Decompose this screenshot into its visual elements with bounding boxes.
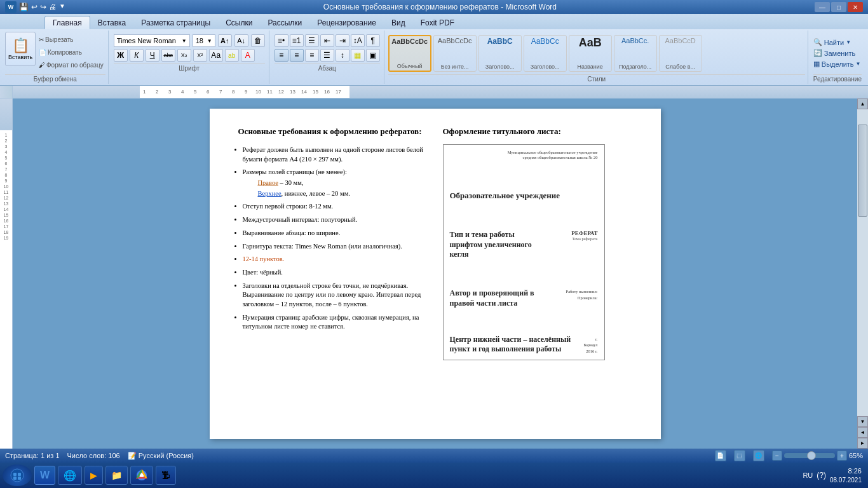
tp-bottom-label: Центр нижней части – населённый пункт и … — [450, 335, 584, 355]
maximize-btn[interactable]: □ — [831, 2, 846, 12]
align-center-btn[interactable]: ≡ — [290, 49, 304, 62]
language-label: Русский (Россия) — [139, 452, 194, 459]
justify-btn[interactable]: ☰ — [320, 49, 334, 62]
select-button[interactable]: ▦ Выделить ▼ — [813, 60, 862, 68]
tab-insert[interactable]: Вставка — [90, 16, 134, 29]
minimize-btn[interactable]: — — [815, 2, 830, 12]
document-canvas[interactable]: Основные требования к оформлению реферат… — [13, 98, 857, 449]
tab-foxit[interactable]: Foxit PDF — [413, 16, 462, 29]
taskbar-ie[interactable]: 🌐 — [58, 466, 82, 485]
clipboard-group: 📋 Вставить ✂ Вырезать 📄 Копировать 🖌 Фор… — [3, 30, 109, 84]
taskbar-explorer[interactable]: 📁 — [105, 466, 128, 485]
tab-page-layout[interactable]: Разметка страницы — [133, 16, 218, 29]
bullet-item-3: Отступ первой строки: 8-12 мм. — [243, 202, 428, 212]
scroll-page-left-btn[interactable]: ◄ — [857, 427, 868, 438]
style-title[interactable]: AaB Название — [569, 35, 612, 72]
scroll-track[interactable] — [857, 109, 868, 416]
tab-references[interactable]: Ссылки — [218, 16, 260, 29]
undo-quick-btn[interactable]: ↩ — [31, 3, 37, 11]
help-icon[interactable]: (?) — [817, 471, 826, 480]
tab-view[interactable]: Вид — [384, 16, 413, 29]
svg-rect-4 — [18, 477, 21, 480]
zoom-slider[interactable] — [784, 453, 835, 458]
cut-button[interactable]: ✂ Вырезать — [37, 34, 105, 46]
decrease-indent-btn[interactable]: ⇤ — [320, 34, 334, 47]
taskbar-word[interactable]: W — [34, 466, 55, 485]
clear-format-btn[interactable]: 🗑 — [251, 34, 265, 47]
document-left-column: Основные требования к оформлению реферат… — [233, 126, 428, 421]
lang-indicator[interactable]: RU — [803, 471, 813, 479]
zoom-control: − + 65% — [772, 451, 863, 461]
style-heading1[interactable]: AaBbC Заголово... — [478, 35, 522, 72]
tab-review[interactable]: Рецензирование — [309, 16, 384, 29]
scroll-thumb[interactable] — [858, 125, 867, 217]
italic-btn[interactable]: К — [130, 49, 144, 62]
taskbar-media[interactable]: ▶ — [85, 466, 103, 485]
start-button[interactable] — [3, 464, 32, 486]
grow-font-btn[interactable]: A↑ — [218, 34, 232, 47]
align-right-btn[interactable]: ≡ — [305, 49, 319, 62]
title-page-preview: Муниципальное общеобразовательное учрежд… — [443, 144, 605, 360]
zoom-out-btn[interactable]: − — [772, 451, 782, 461]
language-indicator[interactable]: 📝 Русский (Россия) — [128, 452, 194, 460]
paragraph-group: ≡• ≡1 ☰ ⇤ ⇥ ↕A ¶ ≡ ≡ ≡ ☰ ↕ ▦ ▣ Абзац — [271, 30, 384, 84]
redo-quick-btn[interactable]: ↪ — [40, 3, 46, 11]
line-spacing-btn[interactable]: ↕ — [336, 49, 349, 62]
subscript-btn[interactable]: X₂ — [177, 49, 191, 62]
bullets-btn[interactable]: ≡• — [275, 34, 288, 47]
svg-rect-3 — [13, 477, 17, 480]
change-case-btn[interactable]: Аа — [209, 49, 223, 62]
close-btn[interactable]: ✕ — [848, 2, 863, 12]
style-normal[interactable]: AaBbCcDc Обычный — [388, 35, 431, 72]
dropdown-quick-btn[interactable]: ▼ — [59, 3, 65, 11]
align-left-btn[interactable]: ≡ — [275, 49, 288, 62]
increase-indent-btn[interactable]: ⇥ — [336, 34, 349, 47]
vertical-scrollbar[interactable]: ▲ ▼ ◄ ► — [857, 98, 868, 449]
show-formatting-btn[interactable]: ¶ — [366, 34, 380, 47]
tab-mailings[interactable]: Рассылки — [260, 16, 309, 29]
zoom-in-btn[interactable]: + — [837, 451, 847, 461]
view-layout-btn[interactable]: ⬚ — [734, 450, 745, 461]
print-quick-btn[interactable]: 🖨 — [49, 3, 57, 11]
highlight-btn[interactable]: ab — [225, 49, 239, 62]
clipboard-group-label: Буфер обмена — [5, 74, 105, 83]
svg-rect-1 — [13, 473, 17, 476]
save-quick-btn[interactable]: 💾 — [19, 3, 29, 11]
scroll-up-btn[interactable]: ▲ — [857, 98, 868, 109]
tab-home[interactable]: Главная — [44, 16, 90, 29]
tp-theme-label: Тема реферата — [547, 236, 598, 241]
font-color-btn[interactable]: A — [241, 49, 255, 62]
view-web-btn[interactable]: 🌐 — [753, 450, 764, 461]
taskbar-chrome[interactable] — [130, 466, 153, 485]
copy-button[interactable]: 📄 Копировать — [37, 47, 105, 58]
font-name-selector[interactable]: Times New Roman ▼ — [114, 34, 190, 47]
shading-btn[interactable]: ▦ — [351, 49, 365, 62]
underline-btn[interactable]: Ч — [146, 49, 159, 62]
sort-btn[interactable]: ↕A — [351, 34, 365, 47]
multilevel-btn[interactable]: ☰ — [305, 34, 319, 47]
view-normal-btn[interactable]: 📄 — [715, 450, 726, 461]
border-btn[interactable]: ▣ — [366, 49, 380, 62]
bold-btn[interactable]: Ж — [114, 49, 128, 62]
left-ruler-vertical: 1 2 3 4 5 6 7 8 9 10 11 12 13 14 15 16 1… — [0, 98, 13, 449]
font-size-selector[interactable]: 18 ▼ — [193, 34, 215, 47]
paste-button[interactable]: 📋 Вставить — [5, 32, 36, 66]
numbering-btn[interactable]: ≡1 — [290, 34, 304, 47]
style-subtitle[interactable]: AaBbCc. Подзаголо... — [614, 35, 657, 72]
find-button[interactable]: 🔍 Найти ▼ — [813, 38, 862, 46]
tp-type-label: Тип и тема работы шрифтом увеличенного к… — [450, 230, 547, 260]
style-weak[interactable]: AaBbCcD Слабое в... — [659, 35, 702, 72]
replace-button[interactable]: 🔄 Заменить — [813, 49, 862, 57]
document-page: Основные требования к оформлению реферат… — [210, 109, 661, 439]
strikethrough-btn[interactable]: abc — [161, 49, 175, 62]
style-no-spacing[interactable]: AaBbCcDc Без инте... — [433, 35, 477, 72]
doc-main-title: Основные требования к оформлению реферат… — [233, 126, 428, 137]
scroll-down-btn[interactable]: ▼ — [857, 416, 868, 427]
format-painter-button[interactable]: 🖌 Формат по образцу — [37, 60, 105, 71]
superscript-btn[interactable]: X² — [193, 49, 207, 62]
styles-group: AaBbCcDc Обычный AaBbCcDc Без инте... Aa… — [386, 30, 808, 84]
taskbar-archive[interactable]: 🗜 — [156, 466, 176, 485]
style-heading2[interactable]: AaBbCc Заголово... — [524, 35, 567, 72]
scroll-page-right-btn[interactable]: ► — [857, 438, 868, 449]
shrink-font-btn[interactable]: A↓ — [234, 34, 248, 47]
